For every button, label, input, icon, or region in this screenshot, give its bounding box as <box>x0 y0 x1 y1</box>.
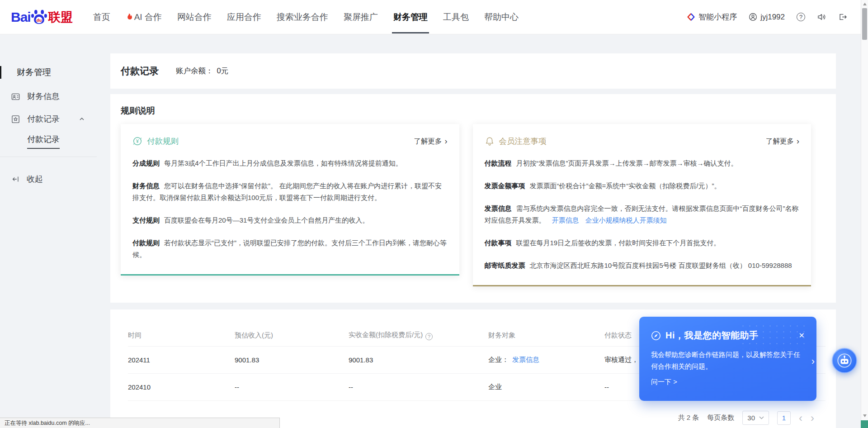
menu-fold-icon <box>11 175 20 184</box>
per-page-select[interactable]: 30 <box>742 411 769 425</box>
small-taxpayer-guide-link[interactable]: 企业小规模纳税人开票须知 <box>585 216 667 224</box>
nav-item-help-center[interactable]: 帮助中心 <box>476 0 526 34</box>
sound-icon[interactable] <box>817 13 826 21</box>
baidu-paw-icon: du <box>31 9 47 25</box>
logout-icon[interactable] <box>838 13 847 21</box>
scrollbar-corner <box>861 420 868 428</box>
rule-item: 发票信息需与系统内发票信息内容完全一致，否则无法支付。请根据发票信息页面中“百度… <box>485 203 800 226</box>
robot-icon <box>837 353 852 368</box>
nav-item-home[interactable]: 首页 <box>85 0 118 34</box>
svg-text:du: du <box>37 18 42 23</box>
learn-more-link[interactable]: 了解更多 › <box>414 137 448 146</box>
nav-item-toolkit[interactable]: 工具包 <box>435 0 476 34</box>
rule-item: 分成规则每月第3或4个工作日产出上月分成信息及发票信息，如有特殊情况将提前通知。 <box>132 157 448 169</box>
sidebar: 财务管理 财务信息 付款记录 付款记录 收起 <box>0 34 110 190</box>
nav-item-website-coop[interactable]: 网站合作 <box>170 0 219 34</box>
rule-item: 付款事项联盟在每月19日之后签收的发票，付款时间安排在下个月首批支付。 <box>485 237 800 249</box>
total-count: 共 2 条 <box>678 414 699 422</box>
cell-finance-target: 企业 <box>488 383 604 391</box>
nav-item-search-coop[interactable]: 搜索业务合作 <box>269 0 336 34</box>
bell-icon <box>485 136 495 146</box>
smart-miniprogram-link[interactable]: 智能小程序 <box>687 12 737 22</box>
invoice-info-link[interactable]: 发票信息 <box>512 356 539 363</box>
badge-icon <box>11 114 20 124</box>
navbar-right: 智能小程序 jyj1992 ? <box>687 12 847 22</box>
nav-item-app-coop[interactable]: 应用合作 <box>219 0 269 34</box>
info-icon[interactable]: ? <box>425 333 433 340</box>
browser-status-bar: 正在等待 xlab.baidu.com 的响应... <box>0 418 280 428</box>
balance-value: 0元 <box>217 66 229 76</box>
balance-label: 账户余额： <box>176 66 213 76</box>
per-page-label: 每页条数 <box>707 414 734 422</box>
page-title: 付款记录 <box>121 65 159 77</box>
rule-item: 发票金额事项发票票面“价税合计”金额=系统中“实收金额（扣除税费后/元）”。 <box>485 180 800 192</box>
logo-text-union: 联盟 <box>48 9 73 25</box>
assistant-fab-button[interactable] <box>832 348 857 373</box>
miniprogram-diamond-icon <box>687 13 695 21</box>
cell-estimated-income: -- <box>235 383 349 391</box>
scrollbar-thumb[interactable] <box>862 8 867 40</box>
cell-time: 202410 <box>128 383 235 391</box>
rule-item: 付款规则若付款状态显示“已支付”，说明联盟已安排了您的付款。支付后三个工作日内到… <box>132 237 448 261</box>
logo-text-bai: Bai <box>11 10 31 25</box>
cell-received-amount: -- <box>349 383 488 391</box>
cell-estimated-income: 9001.83 <box>235 356 349 364</box>
rules-panel: 规则说明 ¥ 付款规则 了解更多 › 分成规则每月第3或4个工作日产出上月分成信… <box>110 94 836 303</box>
chevron-right-icon: › <box>797 137 799 145</box>
sidebar-subitem-payment-records[interactable]: 付款记录 <box>0 130 110 152</box>
rule-item: 财务信息您可以在财务信息中选择“保留付款”。 在此期间您产生的收入将在账户内进行… <box>132 180 448 204</box>
id-card-icon <box>11 92 20 101</box>
member-notes-card: 会员注意事项 了解更多 › 付款流程月初按“发票信息”页面开具发票→上传发票→邮… <box>473 124 811 286</box>
vertical-scrollbar <box>861 0 868 428</box>
cell-time: 202411 <box>128 356 235 364</box>
page-number-button[interactable]: 1 <box>777 411 791 425</box>
assistant-popup-body: 我会帮助您诊断合作链路问题，以及解答您关于任何合作相关的问题。 <box>651 349 803 372</box>
rules-section-title: 规则说明 <box>121 105 836 117</box>
payment-rules-card: ¥ 付款规则 了解更多 › 分成规则每月第3或4个工作日产出上月分成信息及发票信… <box>121 124 459 276</box>
invoice-info-link[interactable]: 开票信息 <box>552 216 579 224</box>
cell-finance-target: 企业：发票信息 <box>488 356 604 364</box>
nav-item-ai-coop[interactable]: AI 合作 <box>118 0 170 34</box>
page-header-panel: 付款记录 账户余额： 0元 <box>110 53 836 89</box>
ask-now-link[interactable]: 问一下 > <box>651 378 677 386</box>
user-menu[interactable]: jyj1992 <box>749 13 785 22</box>
sidebar-collapse-button[interactable]: 收起 <box>0 168 110 190</box>
card-title: 付款规则 <box>147 136 179 147</box>
sidebar-item-payment-records[interactable]: 付款记录 <box>0 108 110 130</box>
card-title: 会员注意事项 <box>499 136 547 147</box>
col-time: 时间 <box>128 331 235 340</box>
flame-icon <box>126 13 132 21</box>
assistant-popup: Hi，我是您的智能助手 ✕ 我会帮助您诊断合作链路问题，以及解答您关于任何合作相… <box>639 317 816 401</box>
main-nav: 首页 AI 合作 网站合作 应用合作 搜索业务合作 聚屏推广 财务管理 工具包 … <box>85 0 526 34</box>
scrollbar-down-arrow[interactable] <box>863 414 867 417</box>
cell-received-amount: 9001.83 <box>349 356 488 364</box>
chevron-down-icon <box>759 416 764 419</box>
sidebar-divider <box>0 157 97 157</box>
prev-page-icon[interactable]: ‹ <box>799 413 802 423</box>
sidebar-title: 财务管理 <box>0 66 110 79</box>
compass-icon <box>651 331 661 341</box>
sidebar-item-finance-info[interactable]: 财务信息 <box>0 85 110 108</box>
chevron-right-icon: › <box>445 137 448 145</box>
baidu-union-logo[interactable]: Bai du 联盟 <box>11 9 73 25</box>
svg-text:¥: ¥ <box>136 138 139 144</box>
col-estimated-income: 预估收入(元) <box>235 331 349 340</box>
next-page-icon[interactable]: › <box>811 413 814 423</box>
popup-next-arrow-icon[interactable]: › <box>811 356 815 367</box>
learn-more-link[interactable]: 了解更多 › <box>766 137 799 146</box>
top-navbar: Bai du 联盟 首页 AI 合作 网站合作 应用合作 搜索业务合作 聚屏推广… <box>0 0 868 34</box>
user-icon <box>749 13 757 21</box>
scrollbar-up-arrow[interactable] <box>863 3 867 5</box>
rule-item: 付款流程月初按“发票信息”页面开具发票→上传发票→邮寄发票→审核→确认支付。 <box>485 157 800 169</box>
nav-item-finance-management[interactable]: 财务管理 <box>386 0 435 34</box>
col-received-amount: 实收金额(扣除税费后/元)? <box>349 331 488 340</box>
help-icon[interactable]: ? <box>797 13 805 21</box>
col-finance-target: 财务对象 <box>488 331 604 340</box>
assistant-popup-title: Hi，我是您的智能助手 <box>665 329 759 342</box>
rule-item: 支付规则百度联盟会在每月20号—31号支付企业会员上个自然月产生的收入。 <box>132 214 448 226</box>
coin-icon: ¥ <box>132 136 142 146</box>
chevron-up-icon <box>79 116 85 122</box>
close-icon[interactable]: ✕ <box>799 331 805 340</box>
nav-item-screen-promo[interactable]: 聚屏推广 <box>336 0 386 34</box>
rule-item: 邮寄纸质发票北京市海淀区西北旺东路10号院百度科技园5号楼 百度联盟财务组（收）… <box>485 260 800 271</box>
